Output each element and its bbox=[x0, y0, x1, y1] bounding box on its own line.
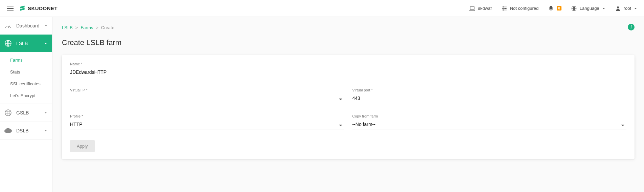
brand-logo[interactable]: SKUDONET bbox=[19, 5, 58, 12]
sidebar-item-label: LSLB bbox=[16, 41, 28, 46]
sidebar-item-gslb[interactable]: GSLB bbox=[0, 104, 52, 122]
profile-label: Profile * bbox=[70, 114, 344, 118]
copy-from-field-wrap: Copy from farm --No farm-- bbox=[352, 114, 627, 129]
profile-field-wrap: Profile * HTTP bbox=[70, 114, 344, 129]
sidebar-item-label: DSLB bbox=[16, 128, 29, 133]
sidebar-subitem-ssl[interactable]: SSL certificates bbox=[0, 78, 52, 90]
svg-point-4 bbox=[617, 6, 619, 8]
globe-icon bbox=[571, 5, 577, 12]
dashboard-icon bbox=[4, 22, 12, 30]
apply-button[interactable]: Apply bbox=[70, 140, 95, 152]
sidebar-subitem-stats[interactable]: Stats bbox=[0, 66, 52, 78]
svg-point-1 bbox=[505, 8, 506, 9]
user-name: root bbox=[624, 6, 631, 11]
breadcrumb-lslb[interactable]: LSLB bbox=[62, 25, 73, 30]
virtual-port-field-wrap: Virtual port * bbox=[352, 88, 627, 103]
svg-point-0 bbox=[503, 6, 504, 7]
notifications[interactable]: 0 bbox=[548, 5, 561, 12]
config-status[interactable]: Not configured bbox=[501, 5, 539, 12]
sidebar-subitem-farms[interactable]: Farms bbox=[0, 54, 52, 66]
brand-logo-icon bbox=[19, 5, 26, 12]
breadcrumb-separator: > bbox=[96, 25, 98, 30]
sidebar-item-label: Dashboard bbox=[16, 23, 40, 28]
breadcrumb-current: Create bbox=[101, 25, 114, 30]
header: SKUDONET skdwaf Not configured 0 Languag… bbox=[0, 0, 644, 17]
notification-badge: 0 bbox=[557, 6, 561, 10]
virtual-port-label: Virtual port * bbox=[352, 88, 627, 92]
lslb-subitems: Farms Stats SSL certificates Let's Encry… bbox=[0, 52, 52, 104]
svg-point-2 bbox=[503, 9, 504, 10]
chevron-down-icon bbox=[44, 23, 48, 28]
chevron-down-icon bbox=[43, 110, 48, 115]
breadcrumb: LSLB > Farms > Create bbox=[62, 25, 635, 30]
hostname-text: skdwaf bbox=[478, 6, 491, 11]
chevron-down-icon bbox=[634, 7, 637, 10]
language-selector[interactable]: Language bbox=[571, 5, 605, 12]
user-menu[interactable]: root bbox=[615, 5, 637, 12]
laptop-icon bbox=[469, 5, 475, 12]
virtual-ip-label: Virtual IP * bbox=[70, 88, 344, 92]
page-title: Create LSLB farm bbox=[62, 38, 635, 47]
info-icon[interactable]: i bbox=[628, 24, 635, 30]
copy-from-label: Copy from farm bbox=[352, 114, 627, 118]
virtual-port-input[interactable] bbox=[352, 93, 627, 103]
sidebar: Dashboard LSLB Farms Stats SSL certifica… bbox=[0, 17, 52, 192]
copy-from-select[interactable]: --No farm-- bbox=[352, 120, 627, 129]
config-icon bbox=[501, 5, 507, 12]
globe-icon bbox=[4, 39, 12, 47]
sidebar-item-lslb[interactable]: LSLB bbox=[0, 35, 52, 52]
hamburger-menu-icon[interactable] bbox=[7, 6, 14, 11]
config-status-text: Not configured bbox=[510, 6, 539, 11]
globe-grid-icon bbox=[4, 109, 12, 117]
sidebar-item-label: GSLB bbox=[16, 110, 29, 115]
profile-select[interactable]: HTTP bbox=[70, 120, 344, 129]
sidebar-subitem-letsencrypt[interactable]: Let's Encrypt bbox=[0, 90, 52, 102]
name-field-wrap: Name * bbox=[70, 62, 626, 77]
language-label: Language bbox=[580, 6, 599, 11]
chevron-up-icon bbox=[43, 41, 48, 46]
user-icon bbox=[615, 5, 621, 12]
header-left: SKUDONET bbox=[7, 5, 58, 12]
hostname-indicator[interactable]: skdwaf bbox=[469, 5, 491, 12]
sidebar-item-dashboard[interactable]: Dashboard bbox=[0, 17, 52, 35]
virtual-ip-select[interactable] bbox=[70, 93, 344, 103]
cloud-icon bbox=[4, 127, 12, 135]
chevron-down-icon bbox=[602, 7, 605, 10]
breadcrumb-separator: > bbox=[75, 25, 78, 30]
brand-name: SKUDONET bbox=[28, 5, 58, 11]
name-input[interactable] bbox=[70, 67, 626, 77]
main-content: i LSLB > Farms > Create Create LSLB farm… bbox=[52, 17, 644, 192]
svg-point-6 bbox=[5, 110, 11, 116]
header-right: skdwaf Not configured 0 Language root bbox=[469, 5, 637, 12]
breadcrumb-farms[interactable]: Farms bbox=[80, 25, 93, 30]
virtual-ip-field-wrap: Virtual IP * bbox=[70, 88, 344, 103]
name-label: Name * bbox=[70, 62, 626, 66]
sidebar-item-dslb[interactable]: DSLB bbox=[0, 122, 52, 140]
bell-icon bbox=[548, 5, 554, 12]
form-card: Name * Virtual IP * Virtual port * bbox=[62, 55, 635, 159]
chevron-down-icon bbox=[43, 128, 48, 133]
container: Dashboard LSLB Farms Stats SSL certifica… bbox=[0, 17, 644, 192]
